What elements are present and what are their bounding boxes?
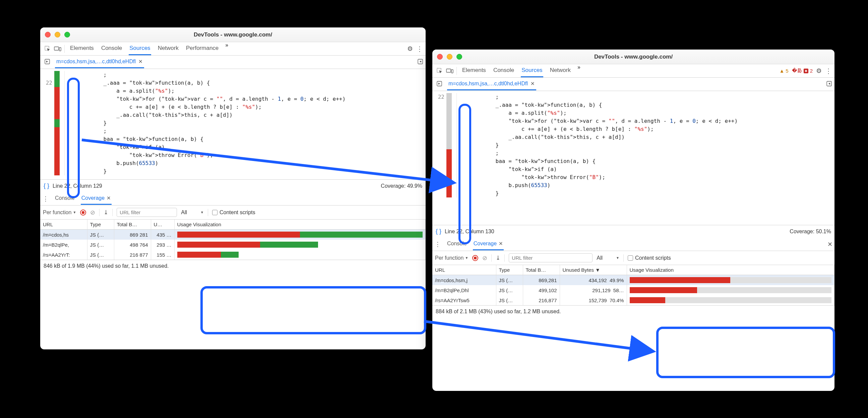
drawer-tabs: ⋮ Console Coverage✕: [40, 192, 426, 206]
line-number: 22: [40, 69, 54, 179]
cell-type: JS (…: [496, 275, 523, 285]
coverage-footer: 884 kB of 2.1 MB (43%) used so far, 1.2 …: [432, 305, 835, 317]
close-icon[interactable]: ✕: [499, 241, 503, 246]
tab-elements[interactable]: Elements: [462, 64, 487, 77]
record-button[interactable]: [80, 209, 86, 215]
more-tabs-icon[interactable]: »: [578, 64, 581, 77]
device-icon[interactable]: [53, 44, 62, 54]
show-sidebar-icon[interactable]: [827, 81, 832, 88]
clear-icon[interactable]: ⊘: [90, 209, 95, 216]
devtools-window-right: DevTools - www.google.com/ Elements Cons…: [432, 49, 835, 391]
gear-icon[interactable]: ⚙: [407, 45, 413, 53]
clear-icon[interactable]: ⊘: [482, 254, 487, 262]
kebab-icon[interactable]: ⋮: [825, 67, 832, 75]
url-filter-input[interactable]: [509, 253, 592, 263]
cell-viz: [174, 230, 426, 240]
coverage-label: Coverage: 50.1%: [789, 229, 831, 235]
cell-type: JS (…: [87, 230, 114, 240]
show-sidebar-icon[interactable]: [417, 59, 423, 65]
table-row[interactable]: /m=B2qlPe,Dhl JS (… 499,102 291,129 58…: [432, 285, 835, 295]
tab-sources[interactable]: Sources: [521, 64, 543, 77]
col-type[interactable]: Type: [496, 265, 523, 275]
col-unused[interactable]: U…: [151, 219, 174, 230]
svg-rect-1: [54, 47, 59, 50]
type-filter-select[interactable]: All▼: [596, 255, 619, 261]
kebab-icon[interactable]: ⋮: [42, 195, 49, 203]
export-icon[interactable]: ⤓: [103, 209, 108, 216]
export-icon[interactable]: ⤓: [496, 254, 500, 262]
record-button[interactable]: [472, 255, 478, 261]
drawer-tab-console[interactable]: Console: [446, 238, 467, 250]
url-filter-input[interactable]: [117, 208, 177, 217]
content-scripts-checkbox[interactable]: Content scripts: [212, 209, 255, 215]
drawer-tabs: ⋮ Console Coverage✕ ✕: [432, 238, 835, 251]
gear-icon[interactable]: ⚙: [816, 67, 822, 75]
warnings-badge[interactable]: ▲ 5: [779, 68, 788, 74]
col-url[interactable]: URL: [432, 265, 496, 275]
tab-console[interactable]: Console: [493, 64, 515, 77]
file-tab-label: m=cdos,hsm,jsa,…c,dtl0hd,eHDfl: [56, 59, 136, 65]
drawer-tab-coverage[interactable]: Coverage✕: [81, 193, 112, 205]
code-editor[interactable]: 22 ; _.aaa = "tok-kw">function(a, b) { a…: [40, 69, 426, 179]
pretty-print-icon[interactable]: { }: [43, 182, 49, 189]
col-type[interactable]: Type: [87, 219, 114, 230]
code-editor[interactable]: 22 ; _.aaa = "tok-kw">function(a, b) { a…: [432, 91, 835, 225]
window-title: DevTools - www.google.com/: [40, 31, 426, 38]
drawer-tab-console[interactable]: Console: [54, 193, 75, 205]
table-row[interactable]: /rs=AA2YrTsw5 JS (… 216,877 152,739 70.4…: [432, 295, 835, 305]
table-row[interactable]: /rs=AA2YrT: JS (… 216 877 155 …: [40, 250, 426, 260]
tab-elements[interactable]: Elements: [69, 42, 94, 55]
table-row[interactable]: /m=cdos,hs JS (… 869 281 435 …: [40, 230, 426, 240]
editor-statusbar: { } Line 22, Column 129 Coverage: 49.9%: [40, 179, 426, 192]
cell-viz: [174, 240, 426, 250]
kebab-icon[interactable]: ⋮: [434, 241, 441, 248]
coverage-table: URL Type Total B… Unused Bytes ▼ Usage V…: [432, 265, 835, 305]
table-row[interactable]: /m=B2qlPe, JS (… 498 764 293 …: [40, 240, 426, 250]
cell-url: /m=B2qlPe,: [40, 240, 87, 250]
inspect-icon[interactable]: [43, 44, 52, 54]
pretty-print-icon[interactable]: { }: [436, 228, 441, 235]
drawer-tab-coverage[interactable]: Coverage✕: [473, 238, 504, 250]
more-tabs-icon[interactable]: »: [225, 42, 228, 55]
tab-performance[interactable]: Performance: [185, 42, 219, 55]
file-tab[interactable]: m=cdos,hsm,jsa,…c,dtl0hd,eHDfl ✕: [447, 78, 536, 90]
cursor-position: Line 22, Column 129: [53, 183, 102, 189]
inspect-icon[interactable]: [435, 66, 444, 76]
col-url[interactable]: URL: [40, 219, 87, 230]
granularity-select[interactable]: Per function▼: [43, 209, 76, 215]
type-filter-select[interactable]: All▼: [181, 209, 204, 215]
panel-tabs: Elements Console Sources Network »: [462, 64, 581, 77]
tab-network[interactable]: Network: [157, 42, 179, 55]
col-viz[interactable]: Usage Visualization: [174, 219, 426, 230]
errors-badge[interactable]: �裊 2: [792, 68, 813, 74]
svg-rect-2: [59, 47, 61, 51]
close-icon[interactable]: ✕: [138, 59, 143, 65]
file-tab[interactable]: m=cdos,hsm,jsa,…c,dtl0hd,eHDfl ✕: [55, 56, 144, 68]
file-tab-label: m=cdos,hsm,jsa,…c,dtl0hd,eHDfl: [448, 81, 528, 87]
col-total[interactable]: Total B…: [114, 219, 151, 230]
granularity-select[interactable]: Per function▼: [435, 255, 468, 261]
close-icon[interactable]: ✕: [106, 195, 111, 201]
close-drawer-icon[interactable]: ✕: [828, 241, 833, 248]
tab-console[interactable]: Console: [100, 42, 123, 55]
col-unused[interactable]: Unused Bytes ▼: [560, 265, 627, 275]
table-row[interactable]: /m=cdos,hsm,j JS (… 869,281 434,192 49.9…: [432, 275, 835, 285]
cell-type: JS (…: [87, 250, 114, 260]
device-icon[interactable]: [445, 66, 455, 76]
col-viz[interactable]: Usage Visualization: [627, 265, 835, 275]
main-toolbar: Elements Console Sources Network » ▲ 5 �…: [432, 64, 835, 78]
col-total[interactable]: Total B…: [523, 265, 560, 275]
cell-url: /m=cdos,hsm,j: [432, 275, 496, 285]
show-navigator-icon[interactable]: [43, 59, 52, 65]
cell-viz: [627, 275, 835, 285]
cell-unused: 435 …: [151, 230, 174, 240]
kebab-icon[interactable]: ⋮: [416, 45, 423, 53]
svg-rect-6: [446, 69, 451, 72]
close-icon[interactable]: ✕: [530, 81, 535, 87]
tab-sources[interactable]: Sources: [129, 42, 151, 55]
svg-rect-7: [452, 70, 453, 73]
tab-network[interactable]: Network: [549, 64, 571, 77]
content-scripts-checkbox[interactable]: Content scripts: [628, 255, 671, 261]
show-navigator-icon[interactable]: [435, 81, 444, 88]
cell-url: /rs=AA2YrT:: [40, 250, 87, 260]
